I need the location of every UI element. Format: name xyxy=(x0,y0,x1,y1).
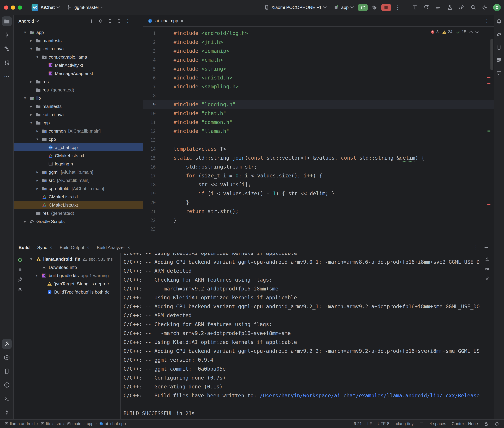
error-count[interactable]: 3 xyxy=(430,29,438,34)
line-number[interactable]: 4 xyxy=(143,57,161,63)
chevron-right-icon[interactable]: ▸ xyxy=(29,79,34,84)
line-number[interactable]: 3 xyxy=(143,49,161,54)
breadcrumb-item[interactable]: main xyxy=(67,421,81,426)
code-line[interactable]: 5#include <string> xyxy=(143,64,494,73)
tree-item[interactable]: ▸kotlin+java xyxy=(14,110,143,118)
context-widget[interactable]: Context: None xyxy=(452,421,478,426)
chevron-down-icon[interactable]: ▾ xyxy=(29,46,34,51)
indentation[interactable]: 4 spaces xyxy=(430,421,446,426)
code-line[interactable]: 15static std::string join(const std::vec… xyxy=(143,153,494,162)
code-line[interactable]: 23 xyxy=(143,225,494,234)
run-config-selector[interactable]: app xyxy=(331,3,356,11)
indicator-icon[interactable] xyxy=(494,421,499,426)
close-tab-icon[interactable]: × xyxy=(50,245,52,249)
code-line[interactable]: 10#include "chat.h" xyxy=(143,109,494,118)
logcat-tool-button[interactable] xyxy=(2,366,11,376)
breadcrumb-item[interactable]: cpp xyxy=(87,421,94,426)
build-tab-build-analyzer[interactable]: Build Analyzer× xyxy=(97,245,130,250)
clang-tidy[interactable]: .clang-tidy xyxy=(395,421,413,426)
code-line[interactable]: 13 xyxy=(143,136,494,145)
line-number[interactable]: 17 xyxy=(143,173,161,178)
code-line[interactable]: 8 xyxy=(143,91,494,100)
tree-item[interactable]: CMakeLists.txt xyxy=(14,151,143,160)
vcs-branch-widget[interactable]: ggml-master xyxy=(64,3,106,11)
filter-icon[interactable] xyxy=(17,286,23,293)
editor-tab[interactable]: ++ ai_chat.cpp × xyxy=(143,15,188,26)
more-tools-button[interactable]: ⋯ xyxy=(2,71,11,81)
code-line[interactable]: 22} xyxy=(143,216,494,225)
commit-tool-button[interactable] xyxy=(2,30,11,40)
error-stripe-mark[interactable] xyxy=(487,77,490,78)
code-line[interactable]: 2#include <jni.h> xyxy=(143,38,494,47)
zoom-window-button[interactable] xyxy=(18,5,22,9)
resource-manager-button[interactable] xyxy=(495,56,503,64)
chevron-down-icon[interactable]: ▾ xyxy=(35,55,40,59)
code-line[interactable]: 14template<class T> xyxy=(143,145,494,153)
stop-build-icon[interactable] xyxy=(17,266,23,273)
assistant-button[interactable] xyxy=(495,69,503,77)
tree-item[interactable]: ▾kotlin+java xyxy=(14,45,143,53)
code-line[interactable]: 17 for (size_t i = 0; i < values.size();… xyxy=(143,171,494,180)
expand-all-icon[interactable] xyxy=(107,18,113,24)
device-selector[interactable]: Xiaomi POCOPHONE F1 xyxy=(261,3,329,11)
hide-panel-icon[interactable] xyxy=(483,245,489,250)
code-line[interactable]: 6#include <unistd.h> xyxy=(143,73,494,82)
caret-position[interactable]: 9:21 xyxy=(354,421,362,426)
tree-item[interactable]: ▸ggml[AiChat.lib.main] xyxy=(14,168,143,176)
previous-problem-icon[interactable] xyxy=(469,31,473,34)
error-stripe-mark[interactable] xyxy=(487,204,490,205)
inspect-code-icon[interactable] xyxy=(422,3,431,12)
close-window-button[interactable] xyxy=(4,5,8,9)
chevron-right-icon[interactable]: ▸ xyxy=(23,219,27,223)
tree-item[interactable]: MainActivity.kt xyxy=(14,61,143,69)
clear-console-icon[interactable] xyxy=(484,275,490,281)
todo-list-icon[interactable] xyxy=(433,3,443,12)
chevron-down-icon[interactable]: ▾ xyxy=(34,273,39,278)
user-avatar[interactable] xyxy=(493,4,501,11)
breadcrumb-item[interactable]: lib xyxy=(40,421,50,426)
code-line[interactable]: 19 if (i < values.size() - 1) { str << d… xyxy=(143,189,494,198)
text-tool-icon[interactable] xyxy=(410,3,420,12)
line-number[interactable]: 13 xyxy=(143,138,161,143)
code-line[interactable]: 21 return str.str(); xyxy=(143,207,494,216)
add-icon[interactable] xyxy=(88,18,94,24)
next-problem-icon[interactable] xyxy=(475,30,478,33)
settings-icon[interactable] xyxy=(480,3,490,12)
device-manager-button[interactable] xyxy=(495,43,503,51)
build-tree-item[interactable]: ▾llama.android: fin22 sec, 583 ms xyxy=(26,255,120,263)
code-line[interactable]: 4#include <cmath> xyxy=(143,56,494,64)
code-line[interactable]: 16 std::ostringstream str; xyxy=(143,162,494,171)
tree-item[interactable]: ▾cpp xyxy=(14,135,143,143)
tree-item[interactable]: CMakeLists.txt xyxy=(14,201,143,209)
gradle-tool-button[interactable] xyxy=(495,30,503,38)
close-tab-icon[interactable]: × xyxy=(128,245,130,249)
tree-item[interactable]: ▾cpp xyxy=(14,118,143,127)
line-number[interactable]: 9 xyxy=(143,102,161,107)
problems-tool-button[interactable] xyxy=(2,380,11,390)
scroll-to-end-icon[interactable] xyxy=(484,256,490,262)
line-number[interactable]: 12 xyxy=(143,129,161,134)
line-number[interactable]: 19 xyxy=(143,191,161,196)
line-number[interactable]: 20 xyxy=(143,200,161,205)
code-line[interactable]: 7#include <sampling.h> xyxy=(143,82,494,91)
dependencies-tool-button[interactable] xyxy=(2,353,11,362)
editor-scrollbar[interactable] xyxy=(490,39,493,70)
tree-item[interactable]: CMakeLists.txt xyxy=(14,192,143,201)
build-tree-item[interactable]: Download info xyxy=(26,263,120,272)
panel-options-icon[interactable]: ⋮ xyxy=(473,244,479,250)
chevron-right-icon[interactable]: ▸ xyxy=(35,178,40,182)
chevron-right-icon[interactable]: ▸ xyxy=(35,186,40,191)
tree-item[interactable]: ▾lib xyxy=(14,94,143,102)
line-number[interactable]: 23 xyxy=(143,227,161,232)
vcs-stripe-mark[interactable] xyxy=(487,131,490,132)
line-number[interactable]: 18 xyxy=(143,182,161,187)
chevron-down-icon[interactable]: ▾ xyxy=(29,120,34,125)
soft-wrap-icon[interactable] xyxy=(484,265,490,272)
collapse-all-icon[interactable] xyxy=(116,18,122,24)
tree-item[interactable]: Hlogging.h xyxy=(14,160,143,168)
build-tab-sync[interactable]: Sync× xyxy=(37,245,52,250)
version-control-tool-button[interactable] xyxy=(2,407,11,417)
line-number[interactable]: 21 xyxy=(143,209,161,214)
line-number[interactable]: 11 xyxy=(143,120,161,125)
line-number[interactable]: 6 xyxy=(143,75,161,80)
